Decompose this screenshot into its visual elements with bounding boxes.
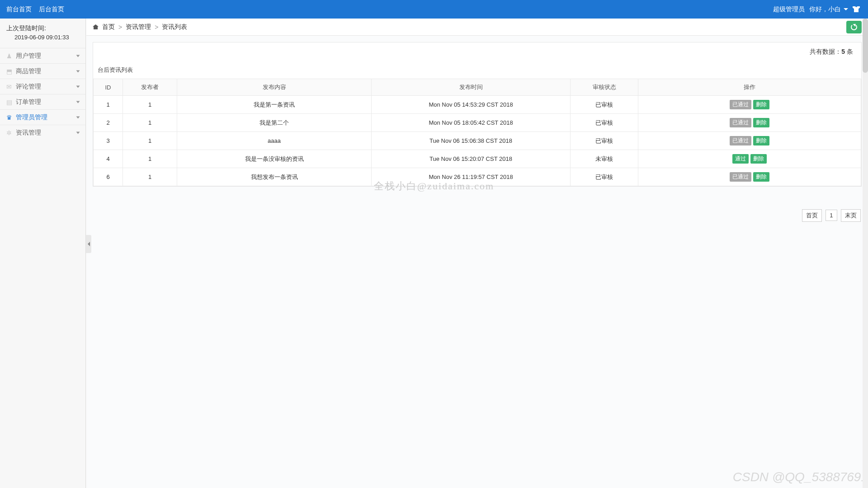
- cell: 3: [94, 132, 123, 150]
- user-icon: ♟: [6, 52, 13, 60]
- table-row: 31aaaaTue Nov 06 15:06:38 CST 2018已审核已通过…: [94, 132, 861, 150]
- cell: 1: [123, 114, 177, 132]
- topbar: 前台首页 后台首页 超级管理员 你好，小白: [0, 0, 868, 19]
- cell: Tue Nov 06 15:20:07 CST 2018: [372, 150, 571, 168]
- breadcrumb-mid[interactable]: 资讯管理: [126, 23, 151, 31]
- actions-cell: 通过删除: [638, 150, 861, 168]
- cell: 已审核: [571, 114, 638, 132]
- passed-button: 已通过: [730, 100, 751, 109]
- chevron-down-icon: [76, 85, 80, 88]
- chevron-down-icon: [76, 116, 80, 118]
- cell: 1: [123, 150, 177, 168]
- data-count: 共有数据：5 条: [93, 42, 861, 61]
- delete-button[interactable]: 删除: [750, 154, 767, 164]
- gear-icon: ✲: [6, 129, 13, 136]
- approve-button[interactable]: 通过: [732, 154, 749, 164]
- cell: 6: [94, 168, 123, 186]
- actions-cell: 已通过删除: [638, 168, 861, 186]
- main-panel: 共有数据：5 条 台后资讯列表 ID发布者发布内容发布时间审核状态操作 11我是…: [86, 36, 868, 488]
- sidebar-item-gear[interactable]: ✲资讯管理: [0, 125, 85, 140]
- admin-icon: ♛: [6, 114, 13, 121]
- back-home-link[interactable]: 后台首页: [39, 5, 64, 14]
- breadcrumb-sep: >: [118, 23, 122, 31]
- sidebar-item-label: 商品管理: [16, 67, 41, 75]
- page-last[interactable]: 末页: [841, 209, 861, 222]
- cell: 我是一条没审核的资讯: [177, 150, 372, 168]
- sidebar-item-label: 评论管理: [16, 83, 41, 91]
- sidebar-item-user[interactable]: ♟用户管理: [0, 48, 85, 63]
- breadcrumb-sep: >: [155, 23, 158, 31]
- chevron-down-icon: [76, 70, 80, 72]
- sidebar-item-order[interactable]: ▤订单管理: [0, 94, 85, 109]
- login-info-title: 上次登陆时间:: [6, 23, 85, 33]
- scrollbar-thumb[interactable]: [863, 19, 868, 73]
- breadcrumb-home[interactable]: 首页: [102, 23, 115, 31]
- cell: aaaa: [177, 132, 372, 150]
- cell: 1: [123, 132, 177, 150]
- cell: Mon Nov 26 11:19:57 CST 2018: [372, 168, 571, 186]
- cell: 我是第二个: [177, 114, 372, 132]
- refresh-button[interactable]: [846, 21, 862, 33]
- page-number[interactable]: 1: [826, 210, 837, 221]
- cell: 我想发布一条资讯: [177, 168, 372, 186]
- list-title: 台后资讯列表: [93, 61, 861, 79]
- collapse-sidebar-button[interactable]: [86, 235, 91, 253]
- comment-icon: ✉: [6, 83, 13, 90]
- content-area: 首页 > 资讯管理 > 资讯列表 共有数据：5 条 台后资讯列表 ID发布者发布…: [86, 19, 868, 488]
- cell: 已审核: [571, 96, 638, 114]
- table-row: 21我是第二个Mon Nov 05 18:05:42 CST 2018已审核已通…: [94, 114, 861, 132]
- sidebar-item-label: 管理员管理: [16, 113, 47, 122]
- order-icon: ▤: [6, 99, 13, 106]
- chevron-down-icon: [76, 101, 80, 103]
- cell: 4: [94, 150, 123, 168]
- user-greeting: 你好，小白: [809, 5, 841, 14]
- cell: Mon Nov 05 18:05:42 CST 2018: [372, 114, 571, 132]
- column-header: 发布者: [123, 79, 177, 96]
- login-info-time: 2019-06-09 09:01:33: [6, 33, 85, 42]
- chevron-down-icon: [76, 131, 80, 134]
- column-header: 操作: [638, 79, 861, 96]
- cell: Tue Nov 06 15:06:38 CST 2018: [372, 132, 571, 150]
- refresh-icon: [851, 24, 857, 30]
- breadcrumb-bar: 首页 > 资讯管理 > 资讯列表: [86, 19, 868, 36]
- sidebar-item-label: 订单管理: [16, 98, 41, 106]
- actions-cell: 已通过删除: [638, 132, 861, 150]
- actions-cell: 已通过删除: [638, 114, 861, 132]
- column-header: 发布时间: [372, 79, 571, 96]
- table-row: 41我是一条没审核的资讯Tue Nov 06 15:20:07 CST 2018…: [94, 150, 861, 168]
- sidebar-item-box[interactable]: ⬒商品管理: [0, 63, 85, 79]
- sidebar-item-comment[interactable]: ✉评论管理: [0, 79, 85, 94]
- actions-cell: 已通过删除: [638, 96, 861, 114]
- chevron-down-icon: [844, 8, 848, 10]
- user-dropdown[interactable]: 你好，小白: [809, 5, 848, 14]
- news-table: ID发布者发布内容发布时间审核状态操作 11我是第一条资讯Mon Nov 05 …: [93, 79, 861, 186]
- sidebar-item-label: 资讯管理: [16, 129, 41, 137]
- passed-button: 已通过: [730, 118, 751, 127]
- sidebar: 上次登陆时间: 2019-06-09 09:01:33 ♟用户管理⬒商品管理✉评…: [0, 19, 86, 488]
- pagination: 首页 1 末页: [93, 187, 862, 222]
- column-header: 发布内容: [177, 79, 372, 96]
- box-icon: ⬒: [6, 68, 13, 75]
- cell: 1: [94, 96, 123, 114]
- table-row: 61我想发布一条资讯Mon Nov 26 11:19:57 CST 2018已审…: [94, 168, 861, 186]
- delete-button[interactable]: 删除: [753, 172, 769, 182]
- cell: 1: [123, 96, 177, 114]
- cell: 我是第一条资讯: [177, 96, 372, 114]
- cell: 2: [94, 114, 123, 132]
- delete-button[interactable]: 删除: [753, 136, 769, 145]
- home-icon: [93, 24, 99, 29]
- delete-button[interactable]: 删除: [753, 118, 769, 127]
- user-role: 超级管理员: [773, 5, 805, 14]
- page-first[interactable]: 首页: [802, 209, 822, 222]
- cell: 1: [123, 168, 177, 186]
- sidebar-item-label: 用户管理: [16, 52, 41, 60]
- delete-button[interactable]: 删除: [753, 100, 769, 109]
- column-header: 审核状态: [571, 79, 638, 96]
- scrollbar[interactable]: [863, 19, 868, 488]
- front-home-link[interactable]: 前台首页: [6, 5, 32, 14]
- cell: 已审核: [571, 168, 638, 186]
- breadcrumb-last: 资讯列表: [162, 23, 187, 31]
- cell: Mon Nov 05 14:53:29 CST 2018: [372, 96, 571, 114]
- sidebar-item-admin[interactable]: ♛管理员管理: [0, 109, 85, 125]
- theme-icon[interactable]: [853, 6, 860, 13]
